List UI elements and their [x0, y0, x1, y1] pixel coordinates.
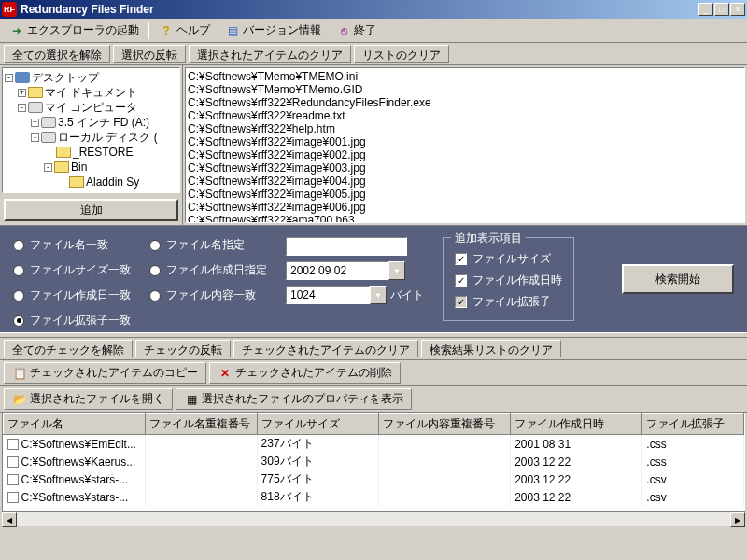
- list-item[interactable]: C:¥Softnews¥TMemo¥TMEMO.ini: [188, 70, 742, 83]
- radio-filesize-match[interactable]: ファイルサイズ一致: [13, 262, 131, 278]
- open-selected-button[interactable]: 📂 選択されたファイルを開く: [4, 388, 173, 410]
- date-dropdown-button[interactable]: ▼: [388, 261, 405, 280]
- window-title: Redundancy Files Finder: [21, 3, 698, 16]
- properties-button[interactable]: ▦ 選択されたファイルのプロパティを表示: [176, 388, 412, 410]
- col-filedate[interactable]: ファイル作成日時: [511, 414, 642, 435]
- expand-icon[interactable]: -: [44, 163, 52, 172]
- copy-checked-button[interactable]: 📋 チェックされたアイテムのコピー: [4, 362, 206, 384]
- col-filename[interactable]: ファイル名: [4, 414, 146, 435]
- expand-icon[interactable]: +: [18, 89, 26, 97]
- list-item[interactable]: C:¥Softnews¥rff322¥image¥003.jpg: [188, 161, 742, 175]
- delete-icon: ✕: [218, 366, 233, 381]
- col-dup-name-no[interactable]: ファイル名重複番号: [146, 414, 257, 435]
- clear-results-button[interactable]: 検索結果リストのクリア: [421, 340, 561, 357]
- check-filedate[interactable]: ✓ファイル作成日時: [455, 273, 562, 288]
- table-row[interactable]: C:¥Softnews¥stars-...775バイト2003 12 22.cs…: [4, 470, 744, 488]
- scroll-track[interactable]: [17, 512, 730, 526]
- clear-checked-button[interactable]: チェックされたアイテムのクリア: [233, 340, 418, 357]
- table-row[interactable]: C:¥Softnews¥EmEdit...237バイト2001 08 31.cs…: [4, 435, 744, 454]
- list-item[interactable]: C:¥Softnews¥rff322¥image¥001.jpg: [188, 135, 742, 148]
- add-button[interactable]: 追加: [4, 199, 178, 221]
- desktop-icon: [15, 72, 30, 83]
- results-table[interactable]: ファイル名 ファイル名重複番号 ファイルサイズ ファイル内容重複番号 ファイル作…: [3, 413, 744, 506]
- folder-icon: [54, 161, 69, 173]
- titlebar: RF Redundancy Files Finder _ □ ×: [0, 0, 747, 19]
- scroll-right-button[interactable]: ▶: [730, 512, 745, 527]
- minimize-button[interactable]: _: [698, 3, 713, 16]
- separator: [148, 22, 149, 39]
- check-fileext[interactable]: ✓ファイル拡張子: [455, 294, 562, 310]
- uncheck-all-button[interactable]: 全てのチェックを解除: [4, 340, 133, 357]
- help-button[interactable]: ? ヘルプ: [153, 21, 216, 40]
- size-unit-label: バイト: [390, 287, 424, 303]
- clear-selected-button[interactable]: 選択されたアイテムのクリア: [189, 45, 351, 63]
- row-checkbox[interactable]: [7, 439, 19, 450]
- check-filesize[interactable]: ✓ファイルサイズ: [455, 251, 562, 267]
- selection-toolbar: 全ての選択を解除 選択の反転 選択されたアイテムのクリア リストのクリア: [0, 43, 747, 65]
- explorer-button[interactable]: ➜ エクスプローラの起動: [4, 21, 145, 40]
- main-toolbar: ➜ エクスプローラの起動 ? ヘルプ ▤ バージョン情報 ⎋ 終了: [0, 19, 747, 43]
- size-input[interactable]: [286, 286, 370, 304]
- table-row[interactable]: C:¥Softnews¥Kaerus...309バイト2003 12 22.cs…: [4, 453, 744, 470]
- row-checkbox[interactable]: [7, 492, 19, 503]
- col-fileext[interactable]: ファイル拡張子: [642, 414, 744, 435]
- display-options-group: 追加表示項目 ✓ファイルサイズ ✓ファイル作成日時 ✓ファイル拡張子: [443, 237, 574, 321]
- list-item[interactable]: C:¥Softnews¥rff322¥image¥006.jpg: [188, 201, 742, 214]
- list-item[interactable]: C:¥Softnews¥rff322¥readme.txt: [188, 109, 742, 122]
- expand-icon[interactable]: -: [18, 104, 26, 112]
- results-toolbar-3: 📂 選択されたファイルを開く ▦ 選択されたファイルのプロパティを表示: [0, 386, 747, 413]
- list-item[interactable]: C:¥Softnews¥rff322¥image¥002.jpg: [188, 148, 742, 161]
- drive-icon: [41, 132, 56, 143]
- search-button[interactable]: 検索開始: [622, 264, 734, 294]
- open-icon: 📂: [12, 392, 27, 407]
- horizontal-scrollbar[interactable]: ◀ ▶: [2, 511, 745, 526]
- col-dup-content-no[interactable]: ファイル内容重複番号: [378, 414, 510, 435]
- results-table-wrap: ファイル名 ファイル名重複番号 ファイルサイズ ファイル内容重複番号 ファイル作…: [2, 413, 745, 511]
- search-criteria-panel: ファイル名一致 ファイルサイズ一致 ファイル作成日一致 ファイル拡張子一致 ファ…: [0, 226, 747, 332]
- exit-icon: ⎋: [336, 23, 351, 38]
- floppy-icon: [41, 117, 56, 128]
- radio-filedate-spec[interactable]: ファイル作成日指定: [149, 262, 267, 278]
- expand-icon[interactable]: -: [5, 74, 13, 82]
- radio-fileext-match[interactable]: ファイル拡張子一致: [13, 313, 131, 329]
- delete-checked-button[interactable]: ✕ チェックされたアイテムの削除: [209, 362, 401, 384]
- date-input[interactable]: [286, 261, 388, 280]
- folder-icon: [28, 87, 43, 98]
- list-item[interactable]: C:¥Softnews¥rff322¥image¥004.jpg: [188, 175, 742, 188]
- maximize-button[interactable]: □: [714, 3, 729, 16]
- radio-filedate-match[interactable]: ファイル作成日一致: [13, 287, 131, 303]
- size-dropdown-button[interactable]: ▼: [370, 286, 387, 304]
- results-toolbar-1: 全てのチェックを解除 チェックの反転 チェックされたアイテムのクリア 検索結果リ…: [0, 338, 747, 360]
- expand-icon[interactable]: +: [31, 119, 39, 127]
- expand-icon[interactable]: -: [31, 133, 39, 142]
- radio-filename-match[interactable]: ファイル名一致: [13, 237, 131, 253]
- table-row[interactable]: C:¥Softnews¥stars-...818バイト2003 12 22.cs…: [4, 488, 744, 506]
- filename-input[interactable]: [286, 237, 407, 256]
- list-item[interactable]: C:¥Softnews¥TMemo¥TMemo.GID: [188, 83, 742, 96]
- row-checkbox[interactable]: [7, 456, 19, 468]
- folder-tree[interactable]: -デスクトップ +マイ ドキュメント -マイ コンピュータ +3.5 インチ F…: [2, 67, 180, 193]
- list-item[interactable]: C:¥Softnews¥rff322¥ama700.b63: [188, 214, 742, 223]
- folder-icon: [69, 176, 84, 188]
- row-checkbox[interactable]: [7, 474, 19, 485]
- col-filesize[interactable]: ファイルサイズ: [257, 414, 378, 435]
- radio-filename-spec[interactable]: ファイル名指定: [149, 237, 267, 253]
- list-item[interactable]: C:¥Softnews¥rff322¥image¥005.jpg: [188, 188, 742, 201]
- deselect-all-button[interactable]: 全ての選択を解除: [4, 45, 110, 63]
- explorer-icon: ➜: [9, 23, 24, 38]
- clear-list-button[interactable]: リストのクリア: [354, 45, 449, 63]
- list-item[interactable]: C:¥Softnews¥rff322¥help.htm: [188, 122, 742, 135]
- radio-content-match[interactable]: ファイル内容一致: [149, 287, 267, 303]
- close-button[interactable]: ×: [730, 3, 745, 16]
- invert-selection-button[interactable]: 選択の反転: [113, 45, 186, 63]
- exit-button[interactable]: ⎋ 終了: [331, 21, 382, 40]
- properties-icon: ▦: [184, 392, 199, 407]
- group-title: 追加表示項目: [451, 231, 526, 246]
- list-item[interactable]: C:¥Softnews¥rff322¥RedundancyFilesFinder…: [188, 96, 742, 109]
- invert-check-button[interactable]: チェックの反転: [135, 340, 231, 357]
- scroll-left-button[interactable]: ◀: [2, 512, 17, 527]
- folder-icon: [56, 147, 71, 158]
- file-list[interactable]: C:¥Softnews¥TMemo¥TMEMO.iniC:¥Softnews¥T…: [185, 67, 745, 223]
- info-icon: ▤: [225, 23, 240, 38]
- version-button[interactable]: ▤ バージョン情報: [219, 21, 327, 40]
